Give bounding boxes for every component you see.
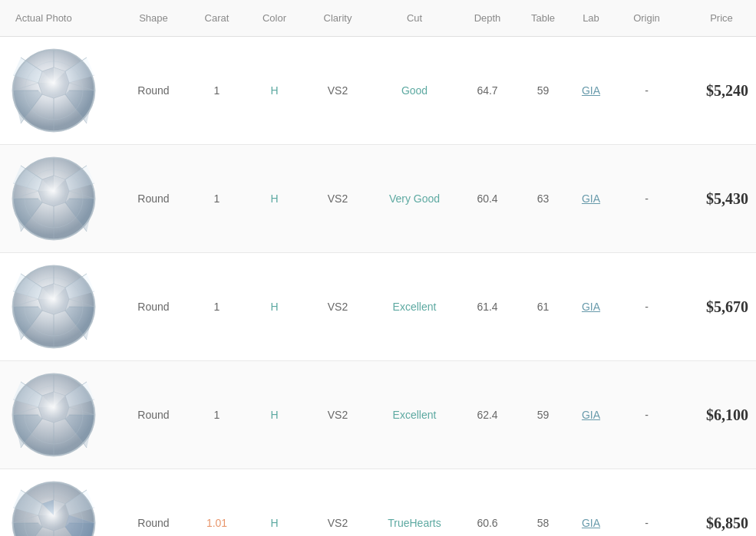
color-cell: H [246, 186, 303, 211]
table-cell: 61 [518, 294, 568, 319]
col-header-carat: Carat [188, 8, 246, 28]
table-row: Round 1 H VS2 Excellent 62.4 59 GIA - $6… [0, 361, 756, 469]
cut-cell: Good [372, 78, 457, 103]
clarity-cell: VS2 [303, 294, 372, 319]
col-header-color: Color [246, 8, 303, 28]
table-cell: 59 [518, 403, 568, 427]
diamond-photo-0[interactable] [0, 37, 119, 144]
clarity-cell: VS2 [303, 78, 372, 103]
lab-cell[interactable]: GIA [568, 403, 614, 427]
cut-cell: TrueHearts [372, 511, 457, 535]
origin-cell: - [614, 294, 679, 319]
cut-cell: Very Good [372, 186, 457, 211]
carat-cell: 1.01 [188, 511, 246, 535]
cut-cell: Excellent [372, 294, 457, 319]
table-cell: 63 [518, 186, 568, 211]
col-header-origin: Origin [614, 8, 679, 28]
depth-cell: 60.4 [457, 186, 518, 211]
col-header-price: Price [679, 8, 756, 28]
carat-cell: 1 [188, 78, 246, 103]
table-body: Round 1 H VS2 Good 64.7 59 GIA - $5,240 [0, 37, 756, 536]
col-header-shape: Shape [119, 8, 188, 28]
depth-cell: 62.4 [457, 403, 518, 427]
table-cell: 58 [518, 511, 568, 535]
col-header-table: Table [518, 8, 568, 28]
color-cell: H [246, 403, 303, 427]
col-header-clarity: Clarity [303, 8, 372, 28]
price-cell: $6,100 [679, 400, 756, 430]
col-header-lab: Lab [568, 8, 614, 28]
table-row: Round 1.01 H VS2 TrueHearts 60.6 58 GIA … [0, 469, 756, 536]
clarity-cell: VS2 [303, 186, 372, 211]
col-header-photo: Actual Photo [0, 8, 119, 28]
origin-cell: - [614, 78, 679, 103]
depth-cell: 64.7 [457, 78, 518, 103]
cut-cell: Excellent [372, 403, 457, 427]
shape-cell: Round [119, 186, 188, 211]
carat-cell: 1 [188, 186, 246, 211]
diamond-photo-3[interactable] [0, 361, 119, 469]
table-row: Round 1 H VS2 Good 64.7 59 GIA - $5,240 [0, 37, 756, 145]
origin-cell: - [614, 403, 679, 427]
diamond-photo-4[interactable] [0, 469, 119, 536]
clarity-cell: VS2 [303, 511, 372, 535]
origin-cell: - [614, 511, 679, 535]
depth-cell: 60.6 [457, 511, 518, 535]
carat-cell: 1 [188, 403, 246, 427]
col-header-depth: Depth [457, 8, 518, 28]
color-cell: H [246, 511, 303, 535]
lab-cell[interactable]: GIA [568, 511, 614, 535]
lab-cell[interactable]: GIA [568, 78, 614, 103]
color-cell: H [246, 294, 303, 319]
depth-cell: 61.4 [457, 294, 518, 319]
lab-cell[interactable]: GIA [568, 294, 614, 319]
price-cell: $6,850 [679, 508, 756, 537]
shape-cell: Round [119, 78, 188, 103]
diamond-photo-1[interactable] [0, 145, 119, 252]
clarity-cell: VS2 [303, 403, 372, 427]
table-row: Round 1 H VS2 Excellent 61.4 61 GIA - $5… [0, 253, 756, 361]
shape-cell: Round [119, 294, 188, 319]
diamond-table: Actual Photo Shape Carat Color Clarity C… [0, 0, 756, 536]
table-cell: 59 [518, 78, 568, 103]
col-header-cut: Cut [372, 8, 457, 28]
carat-cell: 1 [188, 294, 246, 319]
shape-cell: Round [119, 511, 188, 535]
price-cell: $5,670 [679, 292, 756, 322]
table-row: Round 1 H VS2 Very Good 60.4 63 GIA - $5… [0, 145, 756, 253]
diamond-photo-2[interactable] [0, 253, 119, 360]
color-cell: H [246, 78, 303, 103]
price-cell: $5,430 [679, 184, 756, 214]
lab-cell[interactable]: GIA [568, 186, 614, 211]
shape-cell: Round [119, 403, 188, 427]
origin-cell: - [614, 186, 679, 211]
price-cell: $5,240 [679, 76, 756, 106]
table-header: Actual Photo Shape Carat Color Clarity C… [0, 0, 756, 37]
